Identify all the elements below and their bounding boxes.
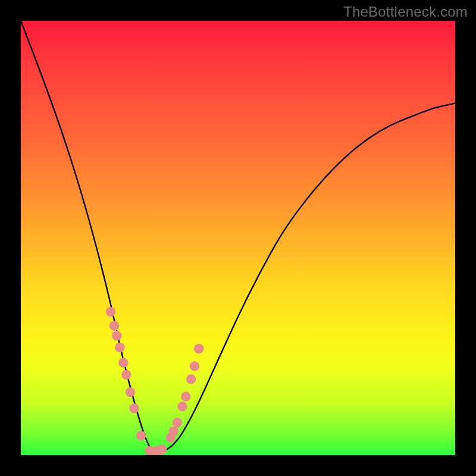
highlight-dot [109,321,119,330]
chart-svg [21,21,455,455]
highlight-dot [115,343,124,352]
bottleneck-curve [21,21,455,453]
highlight-dot [181,392,190,401]
highlight-dot [112,331,121,340]
plot-area [21,21,455,455]
highlight-dot [194,344,203,353]
highlight-dot [190,361,199,371]
highlight-dot [157,444,167,454]
highlight-dot [121,370,131,380]
watermark-text: TheBottleneck.com [343,4,468,20]
highlight-dot [118,358,128,367]
highlight-dot [169,427,178,436]
highlight-dot [129,403,139,413]
highlight-dot [106,307,115,317]
chart-frame: TheBottleneck.com [0,0,476,476]
highlight-dot [177,402,187,411]
highlight-dot [173,418,182,427]
highlight-dot [136,431,146,440]
highlight-dot [186,374,196,384]
highlight-dot [126,387,135,397]
highlight-dots [106,307,204,455]
